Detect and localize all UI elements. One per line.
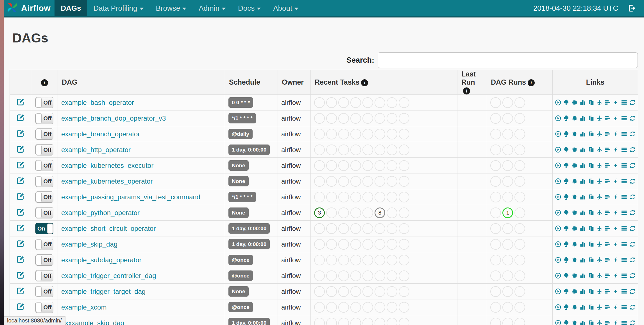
graph-view-icon[interactable] (572, 319, 578, 325)
gantt-view-icon[interactable] (604, 319, 611, 325)
refresh-icon[interactable] (629, 288, 636, 295)
nav-item-admin[interactable]: Admin (192, 0, 232, 16)
dag-run-status-circle[interactable] (490, 160, 501, 171)
nav-item-data-profiling[interactable]: Data Profiling (87, 0, 149, 16)
refresh-icon[interactable] (629, 209, 636, 216)
edit-dag-icon[interactable] (16, 113, 25, 122)
recent-task-status-circle[interactable] (350, 176, 361, 187)
recent-task-status-circle[interactable] (338, 176, 349, 187)
dag-pause-toggle[interactable]: On (35, 223, 53, 234)
dag-name-link[interactable]: example_branch_dop_operator_v3 (61, 114, 166, 122)
recent-task-status-circle[interactable] (350, 286, 361, 297)
code-view-bolt-icon[interactable] (613, 256, 619, 263)
logs-icon[interactable] (621, 272, 627, 279)
dag-run-status-circle[interactable] (514, 255, 525, 265)
dag-run-status-circle[interactable] (514, 207, 525, 218)
recent-task-status-circle[interactable] (387, 97, 397, 108)
code-view-bolt-icon[interactable] (613, 304, 619, 311)
edit-dag-icon[interactable] (16, 255, 25, 263)
recent-task-status-circle[interactable] (362, 270, 373, 281)
recent-task-status-circle[interactable] (375, 270, 385, 281)
code-view-bolt-icon[interactable] (613, 241, 619, 248)
nav-item-docs[interactable]: Docs (232, 0, 267, 16)
refresh-icon[interactable] (629, 115, 636, 122)
recent-task-status-circle[interactable] (350, 207, 361, 218)
dag-run-status-circle[interactable] (514, 97, 525, 108)
code-view-bolt-icon[interactable] (613, 225, 619, 232)
recent-task-status-circle[interactable] (338, 286, 349, 297)
trigger-dag-play-icon[interactable] (555, 209, 561, 216)
graph-view-icon[interactable] (572, 288, 578, 295)
logs-icon[interactable] (621, 146, 627, 153)
code-view-bolt-icon[interactable] (613, 209, 619, 216)
recent-task-status-circle[interactable] (399, 318, 409, 325)
recent-task-status-circle[interactable] (314, 129, 325, 139)
task-tries-icon[interactable] (588, 178, 594, 185)
refresh-icon[interactable] (629, 178, 636, 185)
recent-task-status-circle[interactable] (326, 286, 337, 297)
search-input[interactable] (378, 52, 638, 68)
tree-view-icon[interactable] (563, 162, 569, 169)
recent-task-status-circle[interactable] (350, 239, 361, 250)
landing-times-plane-icon[interactable] (596, 256, 602, 263)
task-tries-icon[interactable] (588, 193, 594, 200)
landing-times-plane-icon[interactable] (596, 209, 602, 216)
refresh-icon[interactable] (629, 225, 636, 232)
dag-run-status-circle[interactable] (514, 302, 525, 313)
dag-run-status-circle[interactable] (490, 176, 501, 187)
recent-task-status-circle[interactable] (362, 302, 373, 313)
dag-run-status-circle[interactable] (514, 270, 525, 281)
recent-task-status-circle[interactable] (362, 160, 373, 171)
dag-run-status-circle[interactable] (514, 129, 525, 139)
task-duration-chart-icon[interactable] (580, 256, 586, 263)
recent-task-status-circle[interactable] (350, 145, 361, 155)
graph-view-icon[interactable] (572, 162, 578, 169)
recent-task-status-circle[interactable] (314, 97, 325, 108)
dag-run-status-circle[interactable] (514, 318, 525, 325)
task-duration-chart-icon[interactable] (580, 162, 586, 169)
task-tries-icon[interactable] (588, 288, 594, 295)
dag-run-status-circle[interactable] (502, 97, 513, 108)
recent-task-status-circle[interactable] (387, 270, 397, 281)
edit-dag-icon[interactable] (16, 192, 25, 200)
tree-view-icon[interactable] (563, 288, 569, 295)
dag-name-link[interactable]: example_short_circuit_operator (61, 225, 156, 232)
logs-icon[interactable] (621, 288, 627, 295)
trigger-dag-play-icon[interactable] (555, 241, 561, 248)
logs-icon[interactable] (621, 304, 627, 311)
recent-task-status-circle[interactable] (350, 270, 361, 281)
dag-run-status-circle[interactable] (514, 239, 525, 250)
dag-name-link[interactable]: example_trigger_controller_dag (61, 272, 156, 279)
refresh-icon[interactable] (629, 256, 636, 263)
recent-task-status-circle[interactable] (375, 318, 385, 325)
tree-view-icon[interactable] (563, 304, 569, 311)
recent-task-status-circle[interactable] (399, 160, 409, 171)
recent-task-status-circle[interactable] (362, 207, 373, 218)
dag-pause-toggle[interactable]: Off (35, 176, 53, 187)
recent-task-status-circle[interactable] (375, 286, 385, 297)
tree-view-icon[interactable] (563, 319, 569, 325)
recent-task-status-circle[interactable] (326, 192, 337, 202)
landing-times-plane-icon[interactable] (596, 178, 602, 185)
recent-task-status-circle[interactable] (375, 223, 385, 234)
edit-dag-icon[interactable] (16, 145, 25, 153)
refresh-icon[interactable] (629, 193, 636, 200)
trigger-dag-play-icon[interactable] (555, 193, 561, 200)
recent-task-status-circle[interactable] (326, 113, 337, 124)
recent-task-status-circle[interactable] (375, 302, 385, 313)
recent-task-status-circle[interactable] (375, 97, 385, 108)
code-view-bolt-icon[interactable] (613, 130, 619, 137)
refresh-icon[interactable] (629, 319, 636, 325)
dag-run-status-circle[interactable] (490, 255, 501, 265)
trigger-dag-play-icon[interactable] (555, 304, 561, 311)
tree-view-icon[interactable] (563, 178, 569, 185)
dag-run-status-circle[interactable] (490, 113, 501, 124)
recent-task-status-circle[interactable] (399, 129, 409, 139)
code-view-bolt-icon[interactable] (613, 115, 619, 122)
recent-task-status-circle[interactable] (350, 318, 361, 325)
gantt-view-icon[interactable] (604, 272, 611, 279)
recent-task-status-circle[interactable] (338, 239, 349, 250)
graph-view-icon[interactable] (572, 241, 578, 248)
tree-view-icon[interactable] (563, 193, 569, 200)
task-tries-icon[interactable] (588, 304, 594, 311)
